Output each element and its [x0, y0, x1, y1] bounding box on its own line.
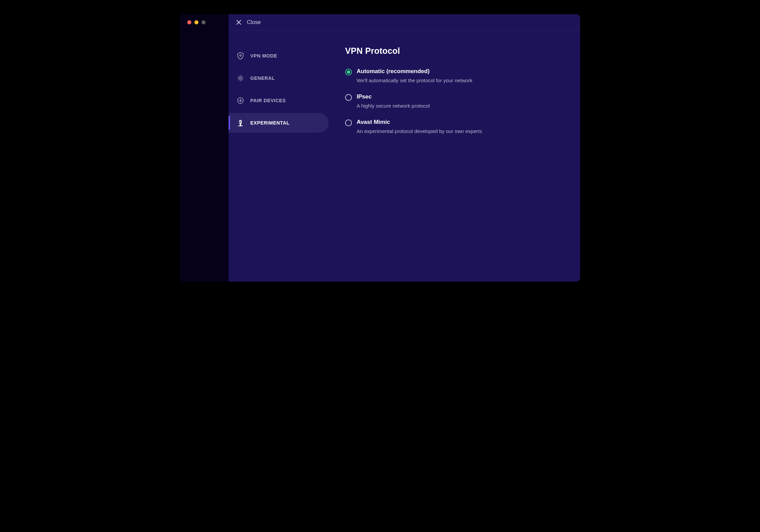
traffic-lights: [187, 20, 229, 24]
sidebar: VPN MODE GENERAL: [229, 30, 329, 282]
traffic-light-minimize[interactable]: [194, 20, 198, 24]
option-title: Automatic (recommended): [357, 68, 472, 75]
protocol-option-automatic[interactable]: Automatic (recommended) We'll automatica…: [345, 68, 567, 84]
page-title: VPN Protocol: [345, 46, 567, 56]
titlebar: Close: [229, 14, 580, 30]
content-row: VPN MODE GENERAL: [229, 30, 580, 282]
option-title: IPsec: [357, 93, 430, 100]
option-text: Automatic (recommended) We'll automatica…: [357, 68, 472, 84]
traffic-light-close[interactable]: [187, 20, 191, 24]
sidebar-item-label: GENERAL: [250, 75, 275, 81]
option-text: Avast Mimic An experimental protocol dev…: [357, 119, 482, 135]
sidebar-item-pair-devices[interactable]: PAIR DEVICES: [229, 91, 329, 110]
close-icon[interactable]: [236, 20, 241, 25]
sidebar-item-experimental[interactable]: EXPERIMENTAL: [229, 113, 329, 133]
svg-point-1: [239, 77, 241, 79]
sidebar-item-general[interactable]: GENERAL: [229, 68, 329, 88]
radio-icon[interactable]: [345, 119, 352, 126]
traffic-light-zoom[interactable]: [202, 20, 206, 24]
app-area: Close VPN MODE: [229, 14, 580, 282]
svg-point-0: [240, 55, 241, 56]
close-button-label[interactable]: Close: [247, 19, 261, 25]
main-panel: VPN Protocol Automatic (recommended) We'…: [329, 30, 580, 282]
protocol-option-ipsec[interactable]: IPsec A highly secure network protocol: [345, 93, 567, 109]
option-desc: An experimental protocol developed by ou…: [357, 128, 482, 135]
option-text: IPsec A highly secure network protocol: [357, 93, 430, 109]
plus-circle-icon: [237, 97, 244, 104]
gear-icon: [237, 74, 244, 82]
sidebar-item-label: PAIR DEVICES: [250, 98, 286, 103]
shield-icon: [237, 52, 244, 60]
experiment-icon: [237, 119, 244, 127]
option-desc: We'll automatically set the protocol for…: [357, 77, 472, 84]
window-chrome-strip: [180, 14, 229, 282]
radio-icon[interactable]: [345, 94, 352, 101]
option-desc: A highly secure network protocol: [357, 102, 430, 109]
sidebar-item-label: EXPERIMENTAL: [250, 120, 290, 126]
radio-icon[interactable]: [345, 69, 352, 75]
protocol-option-mimic[interactable]: Avast Mimic An experimental protocol dev…: [345, 119, 567, 135]
sidebar-item-label: VPN MODE: [250, 53, 277, 59]
app-window: Close VPN MODE: [180, 14, 580, 282]
option-title: Avast Mimic: [357, 119, 482, 126]
sidebar-item-vpn-mode[interactable]: VPN MODE: [229, 46, 329, 66]
